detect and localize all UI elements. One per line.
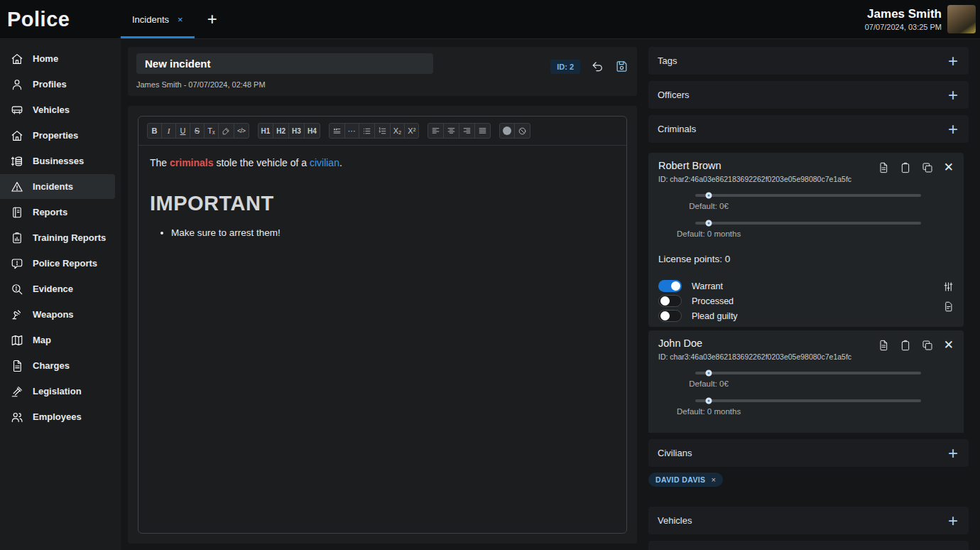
sidebar-item-vehicles[interactable]: Vehicles bbox=[0, 97, 115, 122]
user-avatar[interactable] bbox=[947, 5, 976, 33]
processed-toggle[interactable] bbox=[658, 295, 682, 307]
clipboard-icon[interactable] bbox=[900, 162, 911, 173]
subscript-button[interactable]: X₂ bbox=[390, 123, 405, 139]
sidebar-item-profiles[interactable]: Profiles bbox=[0, 72, 115, 97]
incident-title-input[interactable] bbox=[136, 53, 433, 74]
remove-civilian-icon[interactable]: × bbox=[712, 475, 716, 484]
vehicles-label: Vehicles bbox=[658, 515, 692, 526]
ordered-list-button[interactable] bbox=[374, 123, 391, 139]
add-civilian-button[interactable]: + bbox=[948, 446, 958, 460]
heading4-button[interactable]: H4 bbox=[304, 123, 320, 139]
license-points: License points: 0 bbox=[658, 254, 954, 264]
align-center-button[interactable] bbox=[443, 123, 459, 139]
warrant-toggle[interactable] bbox=[658, 280, 682, 292]
remove-criminal-icon[interactable]: ✕ bbox=[944, 340, 954, 350]
sentence-slider: Default: 0 months bbox=[695, 222, 921, 249]
bullet-list-icon bbox=[362, 126, 371, 136]
officers-section: Officers + bbox=[648, 81, 969, 109]
sidebar-item-map[interactable]: Map bbox=[0, 328, 115, 352]
sidebar-item-police-reports[interactable]: Police Reports bbox=[0, 251, 115, 276]
save-button[interactable] bbox=[615, 60, 628, 73]
gavel-icon bbox=[11, 385, 23, 398]
criminals-label: Criminals bbox=[658, 124, 696, 134]
align-left-button[interactable] bbox=[428, 123, 444, 139]
code-button[interactable]: </> bbox=[234, 123, 249, 139]
text-color-button[interactable] bbox=[499, 123, 515, 139]
copy-icon[interactable] bbox=[922, 340, 933, 351]
align-justify-button[interactable] bbox=[474, 123, 491, 139]
tab-close-icon[interactable]: × bbox=[178, 14, 183, 25]
clear-color-button[interactable] bbox=[514, 123, 530, 139]
undo-icon bbox=[591, 60, 604, 73]
report-file-icon[interactable] bbox=[878, 340, 889, 351]
editor-heading: IMPORTANT bbox=[150, 192, 615, 215]
user-box: James Smith 07/07/2024, 03:25 PM bbox=[865, 0, 980, 38]
copy-icon[interactable] bbox=[922, 162, 933, 173]
fine-slider-handle[interactable] bbox=[706, 370, 712, 377]
strikethrough-button[interactable]: S bbox=[190, 123, 205, 139]
underline-button[interactable]: U bbox=[175, 123, 190, 139]
charge-sheet-icon[interactable] bbox=[943, 301, 954, 312]
sentence-slider-handle[interactable] bbox=[706, 220, 712, 227]
heading2-button[interactable]: H2 bbox=[273, 123, 289, 139]
sentence-slider-label: Default: 0 months bbox=[677, 407, 741, 416]
sidebar-item-evidence[interactable]: Evidence bbox=[0, 276, 115, 301]
horizontal-rule-button[interactable]: ⋯ bbox=[344, 123, 359, 139]
align-right-button[interactable] bbox=[459, 123, 475, 139]
add-vehicle-button[interactable]: + bbox=[948, 514, 958, 528]
tab-label: Incidents bbox=[132, 14, 169, 25]
align-center-icon bbox=[447, 126, 456, 136]
criminals-link[interactable]: criminals bbox=[170, 157, 213, 168]
blockquote-button[interactable] bbox=[329, 123, 345, 139]
superscript-button[interactable]: X² bbox=[404, 123, 419, 139]
sidebar-item-charges[interactable]: Charges bbox=[0, 353, 115, 378]
editor-bullet-item: Make sure to arrest them! bbox=[171, 227, 615, 238]
undo-button[interactable] bbox=[591, 60, 604, 73]
add-criminal-button[interactable]: + bbox=[948, 122, 958, 136]
magnifier-icon bbox=[11, 283, 23, 296]
bold-button[interactable]: B bbox=[147, 123, 162, 139]
sidebar-item-training-reports[interactable]: Training Reports bbox=[0, 225, 115, 250]
add-officer-button[interactable]: + bbox=[948, 88, 958, 102]
license-points: License points: 0 bbox=[658, 431, 954, 433]
clipboard-icon[interactable] bbox=[900, 340, 911, 351]
fine-slider-label: Default: 0€ bbox=[689, 379, 729, 388]
fine-slider: Default: 0€ bbox=[695, 194, 921, 221]
editor-toolbar: B I U S Tₓ </> H1 H2 H3 H4 bbox=[138, 117, 626, 146]
sidebar-item-properties[interactable]: Properties bbox=[0, 123, 115, 148]
add-weapon-button[interactable]: + bbox=[948, 548, 958, 550]
italic-button[interactable]: I bbox=[161, 123, 176, 139]
add-tag-button[interactable]: + bbox=[948, 54, 958, 68]
heading1-button[interactable]: H1 bbox=[258, 123, 274, 139]
sidebar-item-incidents[interactable]: Incidents bbox=[0, 174, 115, 199]
sentence-slider-handle[interactable] bbox=[706, 398, 712, 404]
report-file-icon[interactable] bbox=[878, 162, 889, 173]
criminals-list: Robert Brown ID: char2:46a03e86218369226… bbox=[648, 149, 969, 433]
fine-slider-handle[interactable] bbox=[706, 193, 712, 199]
new-tab-button[interactable]: + bbox=[195, 0, 230, 38]
bullet-list-button[interactable] bbox=[359, 123, 375, 139]
tab-incidents[interactable]: Incidents × bbox=[121, 0, 195, 38]
editor-content[interactable]: The criminals stole the vehicle of a civ… bbox=[138, 146, 626, 249]
sidebar-item-weapons[interactable]: Weapons bbox=[0, 302, 115, 327]
editor-bullet-list: Make sure to arrest them! bbox=[171, 227, 615, 238]
sidebar-item-reports[interactable]: Reports bbox=[0, 200, 115, 225]
sidebar-item-employees[interactable]: Employees bbox=[0, 404, 115, 429]
sidebar-item-legislation[interactable]: Legislation bbox=[0, 379, 115, 404]
remove-criminal-icon[interactable]: ✕ bbox=[944, 162, 954, 173]
car-icon bbox=[11, 104, 23, 117]
criminal-id: ID: char2:46a03e862183692262f0203e05e980… bbox=[658, 175, 851, 183]
highlight-button[interactable] bbox=[218, 123, 234, 139]
incident-header: James Smith - 07/07/2024, 02:48 PM ID: 2 bbox=[128, 47, 637, 96]
sidebar: Home Profiles Vehicles Properties Busine… bbox=[0, 40, 121, 550]
civilian-link[interactable]: civilian bbox=[310, 157, 339, 168]
clear-format-button[interactable]: Tₓ bbox=[204, 123, 219, 139]
sidebar-item-businesses[interactable]: Businesses bbox=[0, 149, 115, 173]
officers-label: Officers bbox=[658, 90, 690, 100]
heading3-button[interactable]: H3 bbox=[288, 123, 305, 139]
sidebar-item-home[interactable]: Home bbox=[0, 46, 115, 71]
incident-id-badge: ID: 2 bbox=[550, 60, 580, 74]
adjust-charges-icon[interactable] bbox=[943, 281, 954, 292]
plead-guilty-toggle[interactable] bbox=[658, 310, 682, 322]
notebook-icon bbox=[11, 206, 23, 219]
